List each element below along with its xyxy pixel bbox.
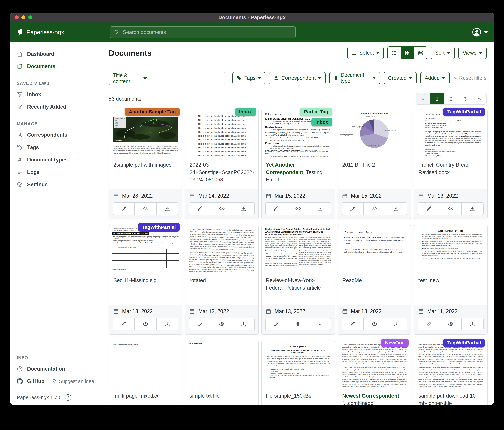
tag-badge[interactable]: Inbox (311, 118, 332, 126)
document-title[interactable]: rotated (185, 272, 258, 305)
document-type-filter-button[interactable]: Document type (329, 72, 380, 84)
pagination-prev[interactable]: « (416, 93, 430, 104)
view-mode-list[interactable] (388, 47, 401, 59)
document-card-8[interactable]: Review of New York Federal Petitions for… (261, 225, 335, 335)
brand[interactable]: Paperless-ngx (16, 28, 103, 36)
document-title[interactable]: ReadMe (338, 272, 411, 305)
view-button[interactable] (211, 203, 233, 215)
download-button[interactable] (233, 203, 254, 215)
sidebar-item-settings[interactable]: Settings (10, 178, 101, 191)
tag-badge[interactable]: NewOne (381, 338, 409, 347)
global-search[interactable] (110, 26, 296, 38)
view-button[interactable] (363, 318, 385, 330)
views-button[interactable]: Views (459, 47, 486, 59)
pagination-next[interactable]: » (472, 93, 486, 104)
edit-button[interactable] (113, 318, 135, 330)
view-button[interactable] (135, 203, 156, 215)
document-title[interactable]: multi-page-mixedxx (109, 388, 182, 405)
download-button[interactable] (156, 318, 178, 330)
created-filter-button[interactable]: Created (384, 72, 417, 84)
sidebar-item-documents[interactable]: Documents (10, 60, 101, 73)
download-button[interactable] (461, 203, 483, 215)
tag-badge[interactable]: Inbox (235, 108, 256, 116)
document-title[interactable]: Review-of-New-York-Federal-Petitions-art… (261, 272, 335, 305)
edit-button[interactable] (342, 203, 363, 215)
edit-button[interactable] (266, 203, 287, 215)
view-button[interactable] (440, 318, 461, 330)
document-card-9[interactable]: Contact Sheet DemoGiven a set of image f… (338, 225, 411, 335)
document-title[interactable]: sample-pdf-download-10-mb-longer-title (414, 388, 487, 405)
view-mode-cards[interactable] (414, 47, 427, 59)
document-card-6[interactable]: TagWithPartial Application for Medical S… (109, 225, 182, 335)
edit-button[interactable] (189, 203, 211, 215)
view-button[interactable] (287, 203, 309, 215)
document-card-15[interactable]: TagWithPartial Curabitur bibendum ante u… (414, 341, 487, 405)
title-content-input[interactable] (151, 72, 225, 84)
document-thumbnail[interactable]: Contact Sheet DemoGiven a set of image f… (338, 225, 411, 272)
download-button[interactable] (385, 203, 407, 215)
info-icon[interactable]: i (65, 394, 71, 401)
edit-button[interactable] (418, 203, 440, 215)
edit-button[interactable] (113, 203, 135, 215)
document-thumbnail[interactable]: This is a multi page document. Page 1. (109, 341, 182, 388)
document-thumbnail[interactable]: Curabitur bibendum ante urna, sed blandi… (338, 341, 411, 388)
view-button[interactable] (135, 318, 156, 330)
download-button[interactable] (309, 318, 331, 330)
tags-filter-button[interactable]: Tags (232, 72, 265, 84)
view-mode-grid[interactable] (401, 47, 414, 59)
document-thumbnail[interactable]: Curabitur bibendum ante urna, sed blandi… (185, 225, 258, 272)
sidebar-item-document-types[interactable]: # Document types (10, 154, 101, 166)
sidebar-item-recently-added[interactable]: Recently Added (10, 101, 101, 113)
document-thumbnail[interactable]: This is a test file. (185, 341, 258, 388)
document-title[interactable]: French Country Bread Revised.docx (414, 157, 487, 189)
document-card-11[interactable]: This is a multi page document. Page 1. m… (109, 341, 182, 405)
download-button[interactable] (385, 318, 407, 330)
reset-filters-button[interactable]: × Reset filters (453, 75, 486, 81)
sidebar-item-suggest-idea[interactable]: Suggest an idea (52, 379, 94, 384)
document-title[interactable]: 2011 BP Pie 2 (338, 157, 411, 189)
sidebar-item-correspondents[interactable]: Correspondents (10, 129, 101, 141)
pagination-page-1[interactable]: 1 (430, 93, 444, 104)
view-button[interactable] (440, 203, 461, 215)
tag-badge[interactable]: Another Sample Tag (125, 108, 180, 116)
view-button[interactable] (211, 318, 233, 330)
document-title[interactable]: test_new (414, 272, 487, 305)
view-button[interactable] (363, 203, 385, 215)
sidebar-item-github[interactable]: GitHub (10, 375, 45, 388)
sort-button[interactable]: Sort (431, 47, 455, 59)
document-title[interactable]: 2sample-pdf-with-images (109, 157, 182, 189)
document-title[interactable]: 2022-03-24+Sonstige+ScanPC2022-03-24_081… (185, 157, 258, 189)
document-thumbnail[interactable]: Curabitur bibendum ante urna, sed blandi… (414, 341, 487, 388)
tag-badge[interactable]: Partial Tag (300, 108, 332, 116)
download-button[interactable] (461, 318, 483, 330)
sidebar-item-documentation[interactable]: Documentation (10, 363, 101, 375)
document-title[interactable]: file-sample_150kBs (261, 388, 335, 405)
search-input[interactable] (122, 29, 292, 35)
pagination-page-2[interactable]: 2 (444, 93, 458, 104)
edit-button[interactable] (418, 318, 440, 330)
download-button[interactable] (156, 203, 178, 215)
document-card-7[interactable]: Curabitur bibendum ante urna, sed blandi… (185, 225, 259, 335)
document-thumbnail[interactable]: Adobe Acrobat PDF FilesAdobe® Portable D… (414, 225, 487, 272)
document-thumbnail[interactable]: Lorem ipsumLorem ipsum dolor sit amet, c… (261, 341, 335, 388)
document-title[interactable]: Sec 11-Missing sig (109, 272, 182, 305)
document-card-13[interactable]: Lorem ipsumLorem ipsum dolor sit amet, c… (261, 341, 335, 405)
tag-badge[interactable]: TagWithPartial (138, 223, 180, 232)
document-card-1[interactable]: Another Sample Tag Boundary Waters TripD… (109, 110, 182, 219)
document-thumbnail[interactable]: Review of New York Federal Petitions for… (261, 225, 335, 272)
document-title[interactable]: simple txt file (185, 388, 258, 405)
download-button[interactable] (309, 203, 331, 215)
document-card-14[interactable]: NewOne Curabitur bibendum ante urna, sed… (338, 341, 411, 405)
sidebar-item-dashboard[interactable]: Dashboard (10, 48, 101, 60)
document-card-5[interactable]: TagWithPartial French Country Bread For … (414, 110, 487, 219)
document-correspondent[interactable]: Newest Correspondent (342, 393, 399, 399)
document-thumbnail[interactable]: Patient BP Distribution 2011Isolated Sys… (338, 110, 411, 157)
edit-button[interactable] (266, 318, 287, 330)
view-button[interactable] (287, 318, 309, 330)
document-thumbnail[interactable]: Application for Medical Staff Membership… (109, 225, 182, 272)
title-content-dropdown[interactable]: Title & content (109, 72, 151, 85)
edit-button[interactable] (342, 318, 363, 330)
added-filter-button[interactable]: Added (420, 72, 450, 84)
sidebar-item-logs[interactable]: Logs (10, 166, 101, 178)
document-card-2[interactable]: Inbox This is a test for the double spac… (185, 110, 259, 219)
